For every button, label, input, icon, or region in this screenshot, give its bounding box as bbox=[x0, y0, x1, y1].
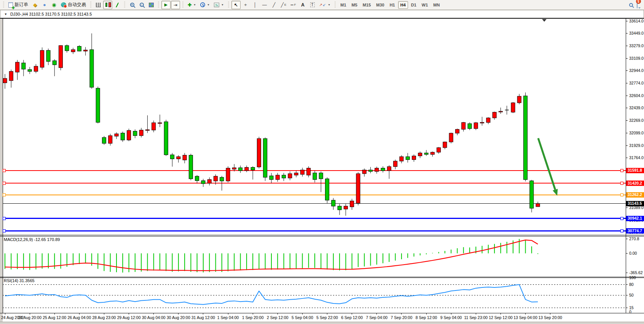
search-icon[interactable] bbox=[629, 3, 633, 7]
toolbar: 新订单 ◆ ● ◉ 自动交易 + − ▶ ⇥ ✚▼ ▼ ∿▼ ↖ ＋ │ — ╱… bbox=[0, 0, 644, 10]
svg-text:31262.2: 31262.2 bbox=[628, 192, 642, 197]
timeframe-button-H4[interactable]: H4 bbox=[398, 1, 408, 9]
svg-text:6 Sep 12:00: 6 Sep 12:00 bbox=[341, 315, 363, 320]
accounts-button[interactable]: ● bbox=[40, 1, 49, 9]
line-chart-mode-button[interactable] bbox=[113, 1, 122, 9]
periods-button[interactable]: ▼ bbox=[198, 1, 212, 9]
svg-text:7 Sep 20:00: 7 Sep 20:00 bbox=[391, 315, 413, 320]
label-tool-button[interactable]: T bbox=[308, 1, 317, 9]
arrows-tool-button[interactable]: ↗↙▼ bbox=[317, 1, 333, 9]
svg-text:12 Sep 12:00: 12 Sep 12:00 bbox=[489, 315, 513, 320]
price-badge-30942.1: 30942.1 bbox=[626, 216, 644, 221]
line-handle[interactable] bbox=[621, 230, 623, 232]
vertical-line-tool-button[interactable]: │ bbox=[250, 1, 260, 9]
auto-trading-label: 自动交易 bbox=[68, 2, 86, 8]
timeframe-button-M30[interactable]: M30 bbox=[374, 1, 386, 9]
svg-text:2 Sep 12:00: 2 Sep 12:00 bbox=[267, 315, 289, 320]
price-badge-31262.2: 31262.2 bbox=[626, 192, 644, 198]
indicators-button[interactable]: ✚▼ bbox=[186, 1, 198, 9]
auto-scroll-button[interactable]: ▶ bbox=[161, 1, 171, 9]
tile-windows-icon bbox=[149, 3, 154, 7]
horizontal-line-tool-button[interactable]: — bbox=[260, 1, 269, 9]
gold-icon: ◆ bbox=[33, 2, 37, 8]
new-order-button[interactable]: 新订单 bbox=[6, 1, 30, 9]
svg-text:7 Sep 04:00: 7 Sep 04:00 bbox=[366, 315, 387, 320]
channel-tool-button[interactable]: ╱E bbox=[279, 1, 289, 9]
svg-text:26 Aug 04:00: 26 Aug 04:00 bbox=[67, 315, 91, 320]
line-handle[interactable] bbox=[3, 182, 6, 185]
label-tool-icon: T bbox=[310, 2, 315, 7]
svg-text:100: 100 bbox=[629, 275, 636, 280]
text-tool-button[interactable]: A bbox=[298, 1, 308, 9]
fibonacci-tool-button[interactable]: ┅F bbox=[289, 1, 298, 9]
zoom-in-button[interactable]: + bbox=[128, 1, 137, 9]
svg-text:33449.0: 33449.0 bbox=[629, 31, 644, 35]
broadcast-icon: ◉ bbox=[52, 2, 56, 8]
trendline-icon: ╱ bbox=[273, 2, 275, 8]
svg-text:5 Sep 22:00: 5 Sep 22:00 bbox=[316, 315, 338, 320]
chart-shift-icon: ⇥ bbox=[174, 2, 177, 8]
svg-text:32269.0: 32269.0 bbox=[629, 118, 644, 123]
timeframe-button-M1[interactable]: M1 bbox=[338, 1, 348, 9]
cursor-icon: ↖ bbox=[234, 2, 238, 8]
timeframe-button-MN[interactable]: MN bbox=[431, 1, 442, 9]
svg-text:30774.7: 30774.7 bbox=[628, 228, 642, 233]
svg-text:1 Sep 04:00: 1 Sep 04:00 bbox=[217, 315, 239, 320]
templates-button[interactable]: ∿▼ bbox=[212, 1, 226, 9]
svg-text:1 Sep 20:00: 1 Sep 20:00 bbox=[242, 315, 264, 320]
chevron-down-icon: ▼ bbox=[193, 3, 196, 6]
line-chart-icon bbox=[115, 3, 120, 7]
cursor-tool-button[interactable]: ↖ bbox=[231, 1, 241, 9]
timeframe-button-D1[interactable]: D1 bbox=[409, 1, 419, 9]
line-handle[interactable] bbox=[621, 182, 623, 185]
line-handle[interactable] bbox=[621, 169, 623, 172]
new-order-icon bbox=[8, 2, 13, 8]
svg-text:33109.0: 33109.0 bbox=[629, 56, 644, 61]
signals-button[interactable]: ◉ bbox=[49, 1, 59, 9]
arrows-icon: ↗ bbox=[319, 3, 322, 7]
candlestick-mode-button[interactable] bbox=[103, 1, 112, 9]
candlestick-icon bbox=[105, 3, 107, 7]
svg-text:31143.5: 31143.5 bbox=[628, 201, 642, 206]
timeframe-group: M1M5M15M30H1H4D1W1MN bbox=[338, 1, 442, 9]
toolbar-grip bbox=[89, 2, 92, 8]
trendline-tool-button[interactable]: ╱ bbox=[269, 1, 279, 9]
timeframe-button-H1[interactable]: H1 bbox=[387, 1, 397, 9]
chart-menu-icon[interactable]: ▼ bbox=[4, 13, 7, 16]
chart-canvas[interactable]: 33614.033449.033279.033109.032944.032774… bbox=[0, 0, 644, 324]
line-handle[interactable] bbox=[3, 193, 6, 196]
svg-text:31 Aug 12:00: 31 Aug 12:00 bbox=[191, 315, 215, 320]
zoom-out-button[interactable]: − bbox=[137, 1, 146, 9]
line-handle[interactable] bbox=[3, 217, 6, 220]
channel-icon: ╱ bbox=[281, 2, 284, 8]
toolbar-grip bbox=[123, 2, 126, 8]
auto-trading-button[interactable]: 自动交易 bbox=[59, 1, 88, 9]
new-order-label: 新订单 bbox=[14, 2, 28, 8]
chart-titlebar: ▼ DJ30-,H4 31102.5 31170.5 31102.5 31143… bbox=[0, 10, 644, 18]
line-handle[interactable] bbox=[621, 217, 623, 220]
chart-shift-button[interactable]: ⇥ bbox=[171, 1, 180, 9]
line-handle[interactable] bbox=[621, 193, 623, 196]
tile-windows-button[interactable] bbox=[147, 1, 156, 9]
timeframe-button-M5[interactable]: M5 bbox=[349, 1, 360, 9]
timeframe-button-W1[interactable]: W1 bbox=[419, 1, 430, 9]
rsi-indicator-label: RSI(14) 31.3565 bbox=[4, 278, 35, 283]
chevron-down-icon: ▼ bbox=[221, 3, 224, 6]
crosshair-tool-button[interactable]: ＋ bbox=[241, 1, 250, 9]
line-handle[interactable] bbox=[3, 169, 6, 172]
svg-text:29 Aug 12:00: 29 Aug 12:00 bbox=[117, 315, 141, 320]
price-badge-31420.2: 31420.2 bbox=[626, 180, 644, 186]
text-tool-icon: A bbox=[301, 2, 304, 8]
notifications-button[interactable]: 1 bbox=[637, 2, 638, 8]
clock-icon bbox=[200, 2, 205, 7]
market-watch-button[interactable]: ◆ bbox=[30, 1, 40, 9]
line-handle[interactable] bbox=[3, 230, 6, 232]
svg-text:25 Aug 12:00: 25 Aug 12:00 bbox=[43, 315, 66, 320]
mt4-application-window: 新订单 ◆ ● ◉ 自动交易 + − ▶ ⇥ ✚▼ ▼ ∿▼ ↖ ＋ │ — ╱… bbox=[0, 0, 644, 324]
timeframe-button-M15[interactable]: M15 bbox=[360, 1, 373, 9]
toolbar-grip bbox=[227, 2, 230, 8]
bar-chart-mode-button[interactable] bbox=[94, 1, 103, 9]
ohlc-bars-icon bbox=[96, 3, 101, 7]
auto-scroll-icon: ▶ bbox=[164, 2, 167, 7]
zoom-in-icon: + bbox=[130, 3, 134, 7]
